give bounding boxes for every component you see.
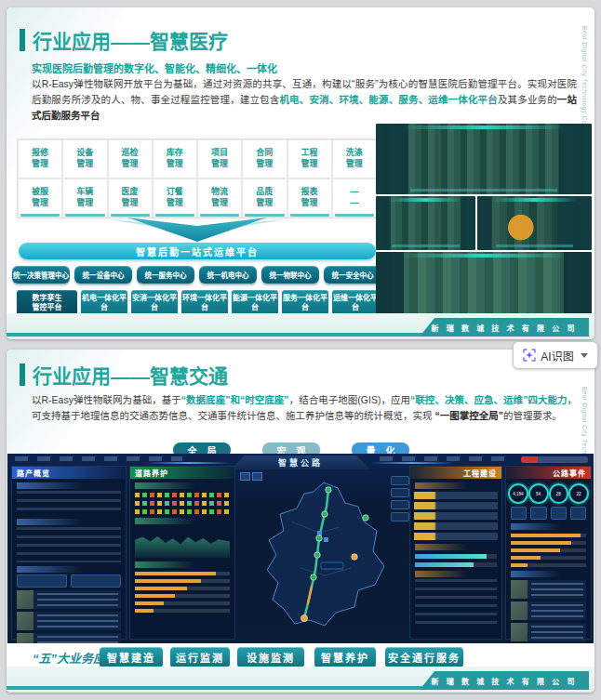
grid-cell: 被服 管理 — [18, 178, 62, 218]
page-title: 行业应用——智慧医疗 — [33, 26, 228, 54]
grid-cell: 巡检 管理 — [108, 139, 153, 178]
section-bar — [415, 482, 468, 489]
stat-chips — [511, 507, 586, 520]
title-glow-line-right — [370, 462, 454, 464]
stat-chip — [71, 575, 121, 588]
map-filter-button[interactable] — [391, 476, 409, 485]
platform-block: 运维一体化平台 — [332, 290, 379, 315]
paragraph-highlight: 机电、安消、环境、能源、服务、运维一体化平台 — [279, 94, 497, 105]
chevron-down-icon — [581, 353, 588, 358]
stat-chip — [17, 575, 67, 588]
list-rows — [17, 527, 121, 562]
map-filter-buttons[interactable] — [391, 476, 409, 524]
gauge-value: 4,184 — [508, 483, 528, 504]
stats-rows — [17, 491, 121, 515]
stat-chips — [17, 575, 121, 588]
grid-cell: 报修 管理 — [18, 139, 62, 178]
stat-chip — [570, 507, 586, 520]
center-pill: 统一服务中心 — [137, 266, 194, 284]
maintenance-bar — [135, 587, 230, 590]
grid-cell: 品质 管理 — [242, 178, 287, 218]
unified-centers-row: 统一决策管理中心 统一设备中心 统一服务中心 统一机电中心 统一物联中心 统一安… — [12, 266, 381, 284]
panel-header: 公路事件 — [506, 467, 591, 479]
area-chart — [135, 528, 230, 558]
integrated-platforms-row: 数字孪生 管控平台 机电一体化平台 安消一体化平台 环境一体化平台 能源一体化平… — [17, 290, 379, 315]
grid-cell: 工程 管理 — [287, 139, 332, 178]
center-pill: 统一机电中心 — [199, 266, 257, 284]
section-bar — [415, 571, 468, 577]
map-layer-toggle[interactable] — [240, 472, 262, 481]
platform-block: 机电一体化平台 — [81, 290, 127, 315]
panel-highway-events: 公路事件 4,184 54 28 22 — [505, 466, 592, 640]
company-ribbon: 新 瑞 数 城 技 术 有 限 公 司 — [420, 671, 589, 690]
project-row — [414, 533, 498, 540]
maintenance-bar — [135, 609, 230, 613]
map-filter-button[interactable] — [391, 512, 409, 522]
event-distribution-bar — [511, 541, 586, 545]
center-pill: 统一安全中心 — [324, 266, 381, 284]
grid-cell: — — — [332, 178, 377, 218]
biz-button-facility-monitoring[interactable]: 设施监测 — [237, 647, 304, 667]
grid-cell: 合同 管理 — [242, 139, 287, 178]
map-filter-button[interactable] — [391, 488, 409, 497]
biz-button-smart-construction[interactable]: 智慧建造 — [100, 647, 163, 667]
paragraph-highlight: “联控、决策、应急、运维”四大能力 — [410, 394, 567, 405]
center-pill: 统一决策管理中心 — [12, 266, 70, 284]
section-bar — [511, 523, 560, 530]
panel-header: 工程建设 — [410, 467, 501, 479]
grid-cell: 库存 管理 — [153, 139, 197, 178]
paragraph-text: 以R-Easy弹性物联网为基础，基于 — [32, 394, 181, 405]
project-row — [414, 492, 498, 499]
grid-cell: 洗涤 管理 — [332, 139, 377, 178]
company-ribbon: 新 瑞 数 城 技 术 有 限 公 司 — [420, 318, 589, 337]
paragraph-highlight-bold: “一图掌控全局” — [434, 410, 503, 421]
section-bar — [17, 566, 83, 573]
platform-block: 数字孪生 管控平台 — [17, 290, 77, 315]
platform-block: 服务一体化平台 — [282, 290, 328, 315]
slide-smart-healthcare: Best Digital City Technology Co., Ltd 行业… — [7, 7, 594, 339]
project-row — [414, 502, 498, 509]
paragraph-highlight: “数据底座”和“时空底座” — [181, 394, 289, 405]
ai-image-recognition-button[interactable]: AI识图 — [513, 341, 598, 369]
maintenance-bar — [135, 594, 230, 598]
slide-paragraph: 以R-Easy弹性物联网为基础，基于“数据底座”和“时空底座”，结合电子地图(G… — [32, 392, 577, 424]
panel-road-maintenance: 道路养护 — [129, 466, 235, 640]
slide-smart-transportation: Best Digital City Technology Co., Ltd 行业… — [7, 350, 594, 693]
title-accent-bar — [20, 363, 25, 386]
event-card — [17, 590, 121, 609]
dashboard-top-menu-left — [15, 456, 182, 461]
slide-paragraph: 以R-Easy弹性物联网开放平台为基础，通过对资源的共享、互通，构建以“服务”为… — [32, 76, 577, 124]
ai-scan-icon — [523, 349, 536, 362]
biz-button-safe-passage[interactable]: 安全通行服务 — [385, 647, 463, 667]
event-distribution-bar — [511, 534, 586, 537]
event-card — [511, 580, 586, 599]
gauge-value: 28 — [549, 483, 569, 504]
province-map[interactable] — [235, 466, 407, 640]
grid-cell: 医废 管理 — [108, 178, 153, 218]
smart-highway-dashboard: 智慧公路 路产概览 道路养护 — [7, 454, 594, 643]
page-title: 行业应用——智慧交通 — [33, 361, 228, 389]
section-bar — [17, 482, 83, 489]
grid-cell: 项目 管理 — [197, 139, 242, 178]
paragraph-text: 及其多业务的 — [498, 94, 557, 105]
section-bar — [135, 561, 195, 568]
platform-banner: 智慧后勤一站式运维平台 — [19, 243, 376, 259]
biz-button-operation-monitoring[interactable]: 运行监测 — [170, 647, 230, 667]
event-distribution-bar — [511, 548, 586, 552]
biz-button-smart-maintenance[interactable]: 智慧养护 — [314, 647, 376, 667]
event-distribution-bar — [511, 556, 586, 560]
hospital-dashboard-image-2 — [376, 196, 475, 250]
center-pill: 统一设备中心 — [74, 266, 132, 284]
paragraph-text: ，结合电子地图(GIS)，应用 — [289, 394, 410, 405]
panel-road-assets: 路产概览 — [11, 466, 127, 640]
event-distribution-bar — [511, 563, 586, 567]
map-filter-button[interactable] — [391, 500, 409, 509]
event-card — [511, 623, 586, 641]
dashboard-datetime-chip — [521, 456, 588, 463]
panel-engineering: 工程建设 — [409, 466, 502, 640]
slide-footer: 新 瑞 数 城 技 术 有 限 公 司 — [7, 667, 594, 693]
grid-cell: 设备 管理 — [62, 139, 107, 178]
funnel-arrow-graphic — [104, 218, 290, 243]
project-row — [414, 522, 498, 530]
event-card — [17, 612, 121, 630]
